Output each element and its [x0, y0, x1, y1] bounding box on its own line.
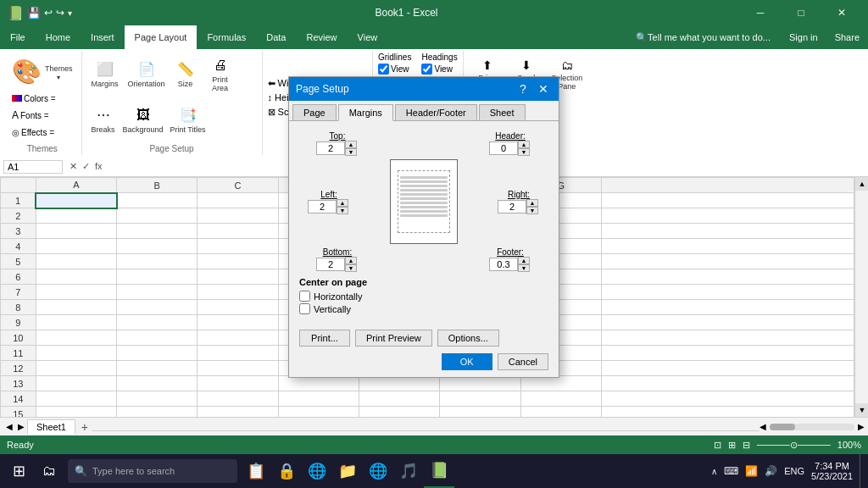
save-icon[interactable]: 💾: [27, 7, 41, 19]
print-area-button[interactable]: 🖨 Print Area: [203, 53, 238, 97]
taskbar-icon-2[interactable]: 🔒: [271, 454, 302, 488]
table-cell[interactable]: [440, 407, 520, 418]
table-cell[interactable]: [278, 407, 359, 418]
table-cell[interactable]: [198, 193, 278, 208]
table-cell[interactable]: [602, 224, 854, 239]
table-cell[interactable]: [36, 285, 116, 300]
task-view-button[interactable]: 🗂: [34, 454, 64, 488]
vertically-checkbox[interactable]: [299, 303, 310, 314]
table-cell[interactable]: [198, 407, 278, 418]
header-spin-down[interactable]: ▼: [518, 148, 530, 156]
footer-label[interactable]: Footer:: [497, 247, 524, 257]
left-spin-up[interactable]: ▲: [337, 199, 348, 207]
tab-review[interactable]: Review: [296, 25, 347, 49]
taskbar-icon-5[interactable]: 🌐: [363, 454, 393, 488]
table-cell[interactable]: [602, 300, 854, 315]
table-cell[interactable]: [602, 315, 854, 330]
taskbar-icon-3[interactable]: 🌐: [302, 454, 332, 488]
horizontal-scroll-left[interactable]: ◀: [760, 422, 766, 431]
footer-spin-down[interactable]: ▼: [518, 264, 530, 272]
table-cell[interactable]: [36, 346, 116, 361]
tab-insert[interactable]: Insert: [81, 25, 125, 49]
right-input[interactable]: 2: [498, 200, 526, 214]
taskbar-icon-6[interactable]: 🎵: [393, 454, 424, 488]
table-cell[interactable]: [117, 330, 198, 346]
table-cell[interactable]: [36, 269, 116, 285]
gridlines-view-checkbox[interactable]: [378, 64, 389, 75]
orientation-button[interactable]: 📄 Orientation: [125, 53, 169, 97]
dialog-help-button[interactable]: ?: [515, 82, 531, 96]
col-header-b[interactable]: B: [117, 178, 198, 193]
table-cell[interactable]: [36, 254, 116, 269]
name-box[interactable]: A1: [3, 160, 63, 174]
margins-button[interactable]: ⬜ Margins: [87, 53, 123, 97]
footer-input[interactable]: 0.3: [489, 258, 518, 271]
table-cell[interactable]: [278, 376, 359, 391]
table-cell[interactable]: [198, 315, 278, 330]
table-cell[interactable]: [198, 391, 278, 407]
redo-icon[interactable]: ↪: [56, 7, 64, 19]
page-break-view-icon[interactable]: ⊟: [743, 440, 750, 451]
table-cell[interactable]: [117, 346, 198, 361]
right-spin-down[interactable]: ▼: [526, 207, 538, 214]
table-cell[interactable]: [198, 376, 278, 391]
row-header-3[interactable]: 3: [1, 224, 36, 239]
scroll-sheets-right[interactable]: ▶: [15, 422, 27, 431]
table-cell[interactable]: [602, 391, 854, 407]
row-header-13[interactable]: 13: [1, 376, 36, 391]
row-header-10[interactable]: 10: [1, 330, 36, 346]
options-button[interactable]: Options...: [437, 330, 499, 347]
top-spin-up[interactable]: ▲: [345, 141, 357, 148]
footer-spin-up[interactable]: ▲: [518, 257, 530, 264]
row-header-14[interactable]: 14: [1, 391, 36, 407]
table-cell[interactable]: [359, 407, 440, 418]
header-spin-up[interactable]: ▲: [518, 141, 530, 148]
taskbar-icon-1[interactable]: 📋: [241, 454, 271, 488]
taskbar-excel-icon[interactable]: 📗: [424, 454, 454, 488]
table-cell[interactable]: [117, 376, 198, 391]
row-header-8[interactable]: 8: [1, 300, 36, 315]
effects-button[interactable]: ◎ Effects =: [8, 125, 58, 140]
row-header-2[interactable]: 2: [1, 208, 36, 224]
bottom-spin-up[interactable]: ▲: [345, 257, 357, 264]
table-cell[interactable]: [198, 254, 278, 269]
dialog-tab-sheet[interactable]: Sheet: [479, 104, 526, 120]
dialog-close-button[interactable]: ✕: [535, 82, 552, 96]
sheet-tab-sheet1[interactable]: Sheet1: [27, 419, 75, 435]
table-cell[interactable]: [602, 239, 854, 254]
top-label[interactable]: Top:: [330, 131, 346, 141]
tab-home[interactable]: Home: [36, 25, 81, 49]
table-cell[interactable]: [198, 208, 278, 224]
dialog-tab-headerfooter[interactable]: Header/Footer: [395, 104, 477, 120]
vertical-scrollbar[interactable]: ▲ ▼: [854, 177, 868, 417]
tab-view[interactable]: View: [348, 25, 388, 49]
headings-view-checkbox[interactable]: [421, 64, 432, 75]
bottom-spin-down[interactable]: ▼: [345, 264, 357, 272]
table-cell[interactable]: [602, 361, 854, 376]
zoom-level[interactable]: 100%: [837, 440, 861, 450]
table-cell[interactable]: [117, 254, 198, 269]
table-cell[interactable]: [36, 193, 116, 208]
add-sheet-button[interactable]: +: [77, 419, 92, 435]
table-cell[interactable]: [520, 391, 601, 407]
dialog-tab-margins[interactable]: Margins: [338, 104, 393, 121]
table-cell[interactable]: [198, 300, 278, 315]
page-layout-view-icon[interactable]: ⊞: [728, 440, 736, 451]
table-cell[interactable]: [520, 407, 601, 418]
table-cell[interactable]: [117, 391, 198, 407]
left-input[interactable]: 2: [308, 200, 337, 214]
table-cell[interactable]: [198, 269, 278, 285]
table-cell[interactable]: [602, 407, 854, 418]
table-cell[interactable]: [602, 346, 854, 361]
bottom-label[interactable]: Bottom:: [323, 247, 352, 257]
size-button[interactable]: 📏 Size: [170, 53, 201, 97]
table-cell[interactable]: [359, 391, 440, 407]
show-desktop-btn[interactable]: [860, 454, 865, 488]
left-spin-down[interactable]: ▼: [337, 207, 348, 214]
breaks-button[interactable]: ⋯ Breaks: [87, 98, 120, 142]
fonts-button[interactable]: A Fonts =: [8, 108, 53, 123]
table-cell[interactable]: [36, 376, 116, 391]
tab-page-layout[interactable]: Page Layout: [125, 25, 198, 49]
close-button[interactable]: ✕: [822, 0, 861, 25]
search-bar-text[interactable]: Type here to search: [92, 466, 175, 476]
